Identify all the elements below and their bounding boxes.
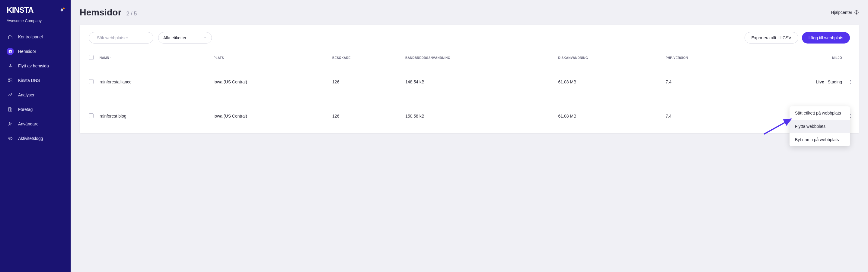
sidebar-item-analytics[interactable]: Analyser	[3, 88, 68, 102]
svg-point-11	[850, 80, 851, 81]
sidebar-item-label: Flytt av hemsida	[18, 63, 49, 68]
cell-env: Live · Staging	[748, 65, 845, 99]
sidebar-item-label: Hemsidor	[18, 49, 36, 54]
col-disk[interactable]: DISKANVÄNDNING	[555, 51, 663, 65]
dns-icon	[8, 78, 13, 83]
svg-point-13	[850, 83, 851, 84]
svg-point-16	[850, 117, 851, 118]
cell-php: 7.4	[662, 99, 748, 133]
row-checkbox[interactable]	[89, 113, 94, 118]
main-content: Hemsidor 2 / 5 Hjälpcenter Alla etikette…	[71, 0, 868, 272]
help-icon	[854, 10, 859, 15]
sidebar-item-dns[interactable]: Kinsta DNS	[3, 74, 68, 87]
col-bandwidth[interactable]: BANDBREDDSANVÄNDNING	[402, 51, 555, 65]
row-checkbox[interactable]	[89, 79, 94, 84]
svg-rect-4	[9, 108, 11, 111]
sidebar: KINSTA Awesome Company Kontrollpanel Hem…	[0, 0, 71, 272]
tags-filter-select[interactable]: Alla etiketter	[158, 32, 212, 44]
col-name[interactable]: NAMN↑	[97, 51, 210, 65]
export-csv-button[interactable]: Exportera allt till CSV	[745, 32, 798, 44]
page-count: 2 / 5	[126, 10, 137, 17]
cell-visitors: 126	[329, 65, 402, 99]
menu-item-set-label[interactable]: Sätt etikett på webbplats	[789, 106, 850, 120]
menu-item-rename-site[interactable]: Byt namn på webbplats	[789, 133, 850, 146]
home-icon	[8, 34, 13, 39]
cell-location: Iowa (US Central)	[210, 65, 329, 99]
company-icon	[8, 107, 13, 112]
svg-point-9	[856, 13, 857, 13]
col-visitors[interactable]: BESÖKARE	[329, 51, 402, 65]
svg-point-2	[9, 79, 9, 80]
svg-point-12	[850, 82, 851, 82]
select-all-checkbox[interactable]	[89, 55, 94, 60]
cell-disk: 61.08 MB	[555, 99, 663, 133]
svg-point-7	[10, 138, 11, 139]
sidebar-item-dashboard[interactable]: Kontrollpanel	[3, 30, 68, 44]
svg-point-3	[9, 81, 9, 82]
layers-icon	[8, 49, 12, 54]
col-php[interactable]: PHP-VERSION	[662, 51, 748, 65]
sidebar-item-label: Användare	[18, 121, 39, 126]
sidebar-nav: Kontrollpanel Hemsidor Flytt av hemsida …	[0, 30, 71, 145]
add-site-button[interactable]: Lägg till webbplats	[802, 32, 850, 44]
cell-php: 7.4	[662, 65, 748, 99]
sidebar-item-sites[interactable]: Hemsidor	[3, 45, 68, 58]
sidebar-item-label: Aktivitetslogg	[18, 136, 43, 141]
cell-visitors: 126	[329, 99, 402, 133]
row-actions-menu: Sätt etikett på webbplats Flytta webbpla…	[789, 106, 850, 146]
notifications-bell[interactable]	[60, 8, 64, 12]
search-input[interactable]	[97, 35, 150, 40]
sites-card: Alla etiketter Exportera allt till CSV L…	[80, 25, 859, 133]
help-center-label: Hjälpcenter	[831, 10, 852, 15]
users-icon	[8, 121, 13, 126]
notification-dot	[63, 7, 65, 9]
help-center-link[interactable]: Hjälpcenter	[831, 10, 859, 15]
sidebar-item-migration[interactable]: Flytt av hemsida	[3, 59, 68, 73]
sites-table: NAMN↑ PLATS BESÖKARE BANDBREDDSANVÄNDNIN…	[80, 51, 859, 133]
svg-point-15	[850, 116, 851, 116]
table-row[interactable]: rainforestalliance Iowa (US Central) 126…	[80, 65, 859, 99]
menu-item-move-site[interactable]: Flytta webbplats	[789, 120, 850, 133]
col-location[interactable]: PLATS	[210, 51, 329, 65]
migrate-icon	[8, 63, 13, 68]
brand-logo: KINSTA	[7, 5, 33, 15]
eye-icon	[8, 136, 13, 141]
sidebar-item-label: Kontrollpanel	[18, 34, 43, 39]
svg-point-14	[850, 114, 851, 115]
cell-bandwidth: 150.58 kB	[402, 99, 555, 133]
col-env[interactable]: MILJÖ	[748, 51, 845, 65]
sidebar-item-activity[interactable]: Aktivitetslogg	[3, 132, 68, 145]
sidebar-item-company[interactable]: Företag	[3, 103, 68, 116]
tags-filter-label: Alla etiketter	[163, 35, 187, 40]
table-row[interactable]: rainforest blog Iowa (US Central) 126 15…	[80, 99, 859, 133]
cell-name: rainforest blog	[97, 99, 210, 133]
sidebar-item-users[interactable]: Användare	[3, 117, 68, 131]
cell-name: rainforestalliance	[97, 65, 210, 99]
search-input-wrapper[interactable]	[89, 32, 153, 44]
cell-bandwidth: 148.54 kB	[402, 65, 555, 99]
sidebar-item-label: Företag	[18, 107, 33, 112]
row-more-button[interactable]	[848, 74, 853, 90]
sidebar-item-label: Kinsta DNS	[18, 78, 40, 83]
company-name: Awesome Company	[0, 19, 71, 30]
more-vertical-icon	[848, 80, 853, 84]
cell-disk: 61.08 MB	[555, 65, 663, 99]
sidebar-item-label: Analyser	[18, 92, 34, 97]
svg-point-6	[9, 123, 10, 124]
chevron-down-icon	[203, 36, 207, 39]
page-title: Hemsidor	[80, 7, 121, 18]
svg-rect-5	[10, 109, 12, 111]
sort-asc-icon: ↑	[110, 56, 112, 59]
cell-location: Iowa (US Central)	[210, 99, 329, 133]
analytics-icon	[8, 92, 13, 97]
